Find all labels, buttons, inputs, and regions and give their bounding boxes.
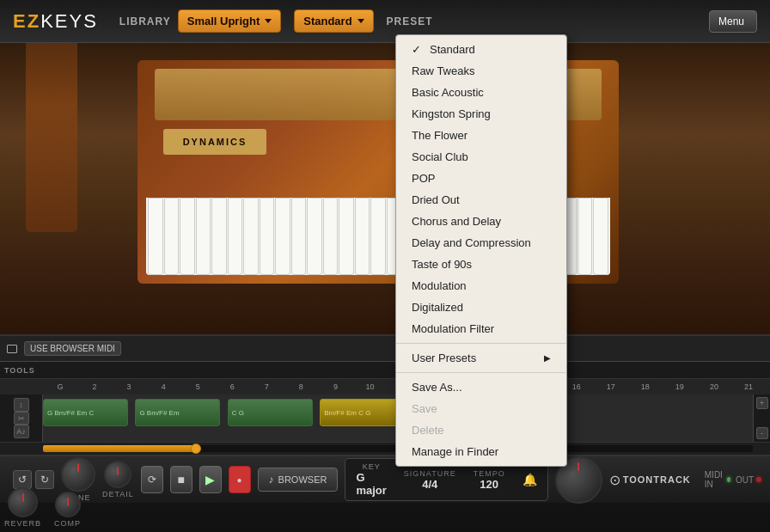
redo-button[interactable]: ↻ (35, 470, 54, 489)
loop-button[interactable]: ⟳ (141, 466, 163, 493)
stop-button[interactable]: ■ (170, 466, 192, 493)
menu-item-manage-finder[interactable]: Manage in Finder (396, 441, 566, 462)
progress-fill (43, 445, 199, 452)
midi-indicators: MIDI IN OUT (705, 470, 761, 489)
reverb-knob[interactable] (8, 487, 38, 517)
undo-redo-group: ↺ ↻ (13, 470, 54, 489)
logo-keys: KEYS (40, 10, 98, 32)
menu-item-pop[interactable]: POP (396, 168, 566, 189)
browser-icon: ♪ (269, 474, 274, 486)
key-label: KEY (363, 462, 381, 471)
toontrack-name: TOONTRACK (623, 474, 691, 485)
app-logo: EZKEYS (13, 10, 98, 33)
comp-label: COMP (54, 519, 81, 528)
timeline: G 2 3 4 5 6 7 8 9 10 11 12 13 14 15 16 1… (0, 379, 770, 394)
toontrack-circle-icon: ⊙ (609, 472, 620, 488)
menu-item-standard[interactable]: Standard (396, 39, 566, 60)
tools-label: TOOLS (4, 366, 35, 375)
menu-label: Menu (718, 15, 744, 28)
detail-knob[interactable] (104, 461, 131, 488)
menu-separator-1 (396, 343, 566, 344)
tempo-section: TEMPO 120 (474, 469, 505, 491)
tool-btn-1[interactable]: ↕ (14, 398, 29, 412)
detail-label: DETAIL (102, 490, 134, 498)
signature-label: SIGNATURE (404, 469, 456, 478)
transport-bar: ↺ ↻ TONE DETAIL ⟳ ■ ▶ ● ♪ BROWSER KEY G … (0, 456, 770, 503)
menu-item-basic-acoustic[interactable]: Basic Acoustic (396, 82, 566, 103)
midi-in-label: MIDI IN (705, 470, 724, 489)
bottom-controls: USE BROWSER MIDI TOOLS G 2 3 4 5 6 7 8 9… (0, 334, 770, 532)
play-button[interactable]: ▶ (199, 466, 222, 493)
menu-button[interactable]: Menu (709, 10, 757, 33)
studio-background: DYNAMICS (0, 0, 770, 335)
menu-item-digitalized[interactable]: Digitalized (396, 297, 566, 318)
signature-value: 4/4 (422, 478, 437, 491)
menu-item-delete: Delete (396, 419, 566, 441)
track-block-1[interactable]: G Bm/F# Em C (43, 399, 128, 426)
scroll-down-btn[interactable]: - (756, 427, 768, 439)
midi-out-indicator: OUT (736, 475, 761, 485)
track-area: ↕ ✂ A♪ G Bm/F# Em C G Bm/F# Em C G Bm/F#… (0, 394, 770, 442)
menu-item-the-flower[interactable]: The Flower (396, 125, 566, 146)
left-tools: ↕ ✂ A♪ (0, 394, 43, 442)
progress-handle[interactable] (191, 443, 201, 454)
menu-item-modulation-filter[interactable]: Modulation Filter (396, 318, 566, 339)
detail-knob-group: DETAIL (102, 461, 134, 498)
menu-item-dried-out[interactable]: Dried Out (396, 189, 566, 211)
browser-button[interactable]: ♪ BROWSER (258, 468, 339, 492)
tone-knob[interactable] (61, 457, 95, 492)
comp-knob-group: COMP (54, 492, 81, 528)
tool-btn-pencil[interactable]: A♪ (14, 425, 29, 438)
track-block-2[interactable]: G Bm/F# Em (135, 399, 220, 426)
tempo-value: 120 (480, 478, 498, 491)
right-scrollbar: + - (753, 394, 770, 442)
menu-item-delay-compression[interactable]: Delay and Compression (396, 232, 566, 254)
use-browser-midi-label: USE BROWSER MIDI (30, 344, 115, 353)
logo-ez: EZ (13, 10, 40, 32)
comp-knob[interactable] (55, 492, 81, 517)
menu-item-user-presets[interactable]: User Presets (396, 347, 566, 369)
reverb-comp-group: REVERB COMP (4, 487, 81, 528)
library-label: LIBRARY (119, 15, 171, 28)
use-browser-midi-button[interactable]: USE BROWSER MIDI (24, 341, 121, 356)
tools-bar: TOOLS (0, 362, 770, 379)
preset-label: PRESET (387, 15, 433, 28)
track-block-3[interactable]: C G (228, 399, 313, 426)
menu-item-chorus-delay[interactable]: Chorus and Delay (396, 211, 566, 232)
instrument-dropdown[interactable]: Small Upright (178, 9, 282, 33)
toontrack-logo: ⊙ TOONTRACK (609, 472, 691, 488)
tempo-label: TEMPO (474, 469, 505, 478)
signature-section: SIGNATURE 4/4 (404, 469, 456, 491)
menu-separator-2 (396, 372, 566, 373)
undo-button[interactable]: ↺ (13, 470, 32, 489)
dynamics-label: DYNAMICS (183, 137, 248, 147)
midi-in-led (727, 477, 730, 482)
record-button[interactable]: ● (229, 466, 251, 493)
preset-name: Standard (303, 15, 351, 28)
reverb-label: REVERB (4, 519, 41, 528)
instrument-dropdown-arrow (265, 19, 272, 23)
midi-out-led (756, 477, 761, 482)
metronome-icon: 🔔 (522, 473, 537, 486)
menu-item-modulation[interactable]: Modulation (396, 275, 566, 297)
midi-icon (7, 345, 17, 353)
menu-item-save-as[interactable]: Save As... (396, 376, 566, 398)
preset-dropdown-menu: Standard Raw Tweaks Basic Acoustic Kings… (395, 34, 567, 467)
dynamics-panel: DYNAMICS (163, 129, 266, 155)
browser-label: BROWSER (278, 474, 327, 485)
tool-btn-scissors[interactable]: ✂ (14, 412, 29, 425)
top-bar: EZKEYS LIBRARY Small Upright Standard PR… (0, 0, 770, 43)
menu-item-taste-90s[interactable]: Taste of 90s (396, 254, 566, 275)
key-value: G major (356, 471, 386, 497)
scroll-up-btn[interactable]: + (756, 397, 768, 409)
menu-item-raw-tweaks[interactable]: Raw Tweaks (396, 60, 566, 82)
preset-dropdown-arrow (358, 19, 364, 23)
preset-dropdown[interactable]: Standard (294, 9, 373, 33)
menu-item-save: Save (396, 398, 566, 419)
instrument-name: Small Upright (187, 15, 260, 28)
key-section: KEY G major (356, 462, 386, 497)
guitar-decoration (26, 17, 77, 232)
menu-item-kingston-spring[interactable]: Kingston Spring (396, 103, 566, 125)
midi-bar: USE BROWSER MIDI (0, 336, 770, 362)
menu-item-social-club[interactable]: Social Club (396, 146, 566, 168)
